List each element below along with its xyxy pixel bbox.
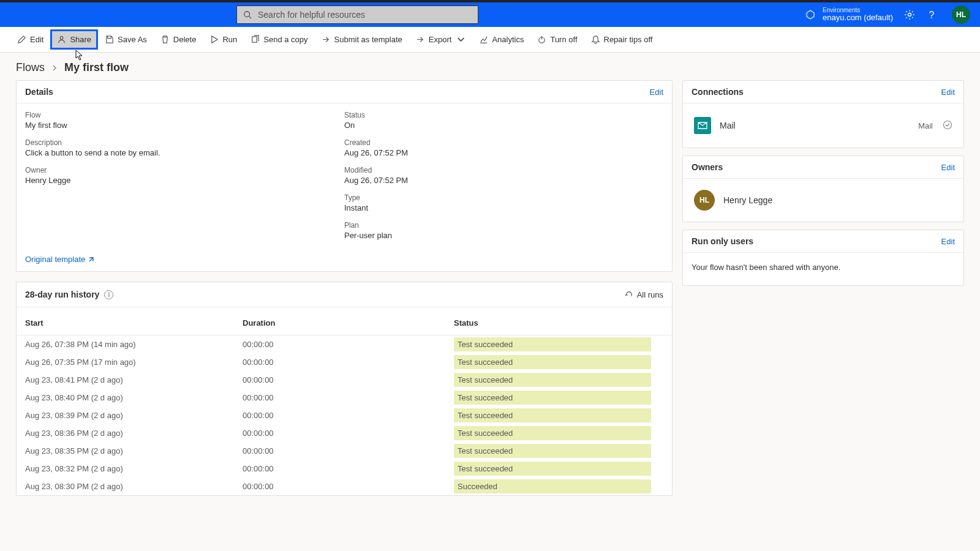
connection-type: Mail	[918, 121, 933, 130]
connection-row[interactable]: Mail Mail	[692, 111, 955, 140]
svg-text:?: ?	[929, 10, 935, 20]
share-button[interactable]: Share	[52, 31, 96, 48]
export-button[interactable]: Export	[411, 31, 471, 48]
status-value: On	[344, 121, 663, 130]
connections-card: Connections Edit Mail Mail	[682, 80, 964, 148]
run-status: Test succeeded	[454, 337, 651, 351]
flow-label: Flow	[25, 111, 344, 119]
save-as-button[interactable]: Save As	[100, 31, 152, 48]
search-placeholder: Search for helpful resources	[258, 10, 365, 20]
run-only-card: Run only users Edit Your flow hasn't bee…	[682, 230, 964, 286]
run-duration: 00:00:00	[243, 393, 454, 402]
run-status: Succeeded	[454, 479, 651, 493]
connection-name: Mail	[720, 121, 918, 130]
table-row[interactable]: Aug 23, 08:39 PM (2 d ago)00:00:00Test s…	[17, 407, 672, 424]
run-status: Test succeeded	[454, 373, 651, 387]
run-only-edit-link[interactable]: Edit	[941, 237, 955, 246]
type-label: Type	[344, 193, 663, 202]
modified-value: Aug 26, 07:52 PM	[344, 176, 663, 185]
run-status: Test succeeded	[454, 408, 651, 422]
submit-template-button[interactable]: Submit as template	[317, 31, 407, 48]
col-duration: Duration	[243, 318, 454, 328]
table-row[interactable]: Aug 23, 08:40 PM (2 d ago)00:00:00Test s…	[17, 389, 672, 407]
external-link-icon	[88, 256, 95, 263]
play-icon	[209, 35, 219, 44]
table-row[interactable]: Aug 23, 08:32 PM (2 d ago)00:00:00Test s…	[17, 460, 672, 478]
svg-point-0	[244, 12, 250, 17]
run-status: Test succeeded	[454, 355, 651, 369]
run-start: Aug 23, 08:39 PM (2 d ago)	[25, 411, 243, 420]
run-status: Test succeeded	[454, 444, 651, 458]
user-avatar[interactable]: HL	[952, 6, 970, 24]
environment-picker[interactable]: Environments enayu.com (default)	[805, 7, 893, 22]
all-runs-link[interactable]: All runs	[625, 290, 663, 299]
run-start: Aug 23, 08:32 PM (2 d ago)	[25, 464, 243, 473]
run-start: Aug 23, 08:41 PM (2 d ago)	[25, 375, 243, 384]
svg-point-2	[908, 13, 911, 17]
run-duration: 00:00:00	[243, 429, 454, 438]
run-start: Aug 23, 08:30 PM (2 d ago)	[25, 482, 243, 491]
original-template-link[interactable]: Original template	[17, 247, 672, 271]
owner-name: Henry Legge	[723, 195, 772, 205]
power-icon	[537, 35, 546, 44]
plan-value: Per-user plan	[344, 231, 663, 240]
plan-label: Plan	[344, 221, 663, 230]
delete-button[interactable]: Delete	[156, 31, 202, 48]
connections-edit-link[interactable]: Edit	[941, 88, 955, 97]
table-row[interactable]: Aug 23, 08:35 PM (2 d ago)00:00:00Test s…	[17, 442, 672, 460]
analytics-button[interactable]: Analytics	[474, 31, 529, 48]
details-edit-link[interactable]: Edit	[650, 88, 663, 97]
run-status: Test succeeded	[454, 391, 651, 405]
run-start: Aug 26, 07:38 PM (14 min ago)	[25, 340, 243, 349]
repair-tips-button[interactable]: Repair tips off	[586, 31, 658, 48]
table-row[interactable]: Aug 26, 07:38 PM (14 min ago)00:00:00Tes…	[17, 335, 672, 353]
svg-point-7	[944, 121, 952, 129]
type-value: Instant	[344, 203, 663, 212]
owner-value: Henry Legge	[25, 176, 344, 185]
edit-button[interactable]: Edit	[12, 31, 48, 48]
description-value: Click a button to send a note by email.	[25, 148, 344, 157]
run-duration: 00:00:00	[243, 340, 454, 349]
pencil-icon	[17, 35, 26, 44]
refresh-icon	[625, 290, 633, 299]
owner-label: Owner	[25, 166, 344, 174]
run-start: Aug 23, 08:36 PM (2 d ago)	[25, 429, 243, 438]
settings-icon[interactable]	[904, 9, 915, 20]
details-title: Details	[25, 87, 53, 97]
run-only-title: Run only users	[692, 236, 753, 246]
info-icon[interactable]: i	[104, 290, 113, 299]
created-value: Aug 26, 07:52 PM	[344, 148, 663, 157]
environment-icon	[805, 10, 815, 20]
owners-edit-link[interactable]: Edit	[941, 163, 955, 172]
breadcrumb-root[interactable]: Flows	[16, 61, 45, 74]
run-only-message: Your flow hasn't been shared with anyone…	[692, 260, 955, 278]
run-start: Aug 23, 08:40 PM (2 d ago)	[25, 393, 243, 402]
send-copy-button[interactable]: Send a copy	[246, 31, 312, 48]
connections-title: Connections	[692, 87, 744, 97]
table-row[interactable]: Aug 23, 08:36 PM (2 d ago)00:00:00Test s…	[17, 424, 672, 442]
created-label: Created	[344, 138, 663, 147]
runs-table: Start Duration Status Aug 26, 07:38 PM (…	[17, 307, 672, 495]
chevron-down-icon	[456, 35, 466, 44]
turn-off-button[interactable]: Turn off	[532, 31, 582, 48]
run-button[interactable]: Run	[205, 31, 242, 48]
bell-icon	[591, 35, 600, 44]
run-status: Test succeeded	[454, 462, 651, 476]
run-status: Test succeeded	[454, 426, 651, 440]
help-icon[interactable]: ?	[926, 9, 937, 20]
run-duration: 00:00:00	[243, 446, 454, 455]
table-row[interactable]: Aug 23, 08:41 PM (2 d ago)00:00:00Test s…	[17, 371, 672, 389]
table-row[interactable]: Aug 26, 07:35 PM (17 min ago)00:00:00Tes…	[17, 353, 672, 371]
top-header: Search for helpful resources Environment…	[0, 0, 980, 27]
table-row[interactable]: Aug 23, 08:30 PM (2 d ago)00:00:00Succee…	[17, 478, 672, 495]
submit-icon	[322, 35, 331, 44]
svg-point-4	[61, 36, 64, 39]
run-duration: 00:00:00	[243, 375, 454, 384]
search-input[interactable]: Search for helpful resources	[236, 6, 478, 24]
command-bar: Edit Share Save As Delete Run Send a cop…	[0, 27, 980, 53]
run-start: Aug 26, 07:35 PM (17 min ago)	[25, 358, 243, 367]
save-icon	[105, 35, 114, 44]
runs-title: 28-day run history	[25, 290, 99, 299]
run-duration: 00:00:00	[243, 358, 454, 367]
owner-row: HL Henry Legge	[692, 186, 955, 214]
